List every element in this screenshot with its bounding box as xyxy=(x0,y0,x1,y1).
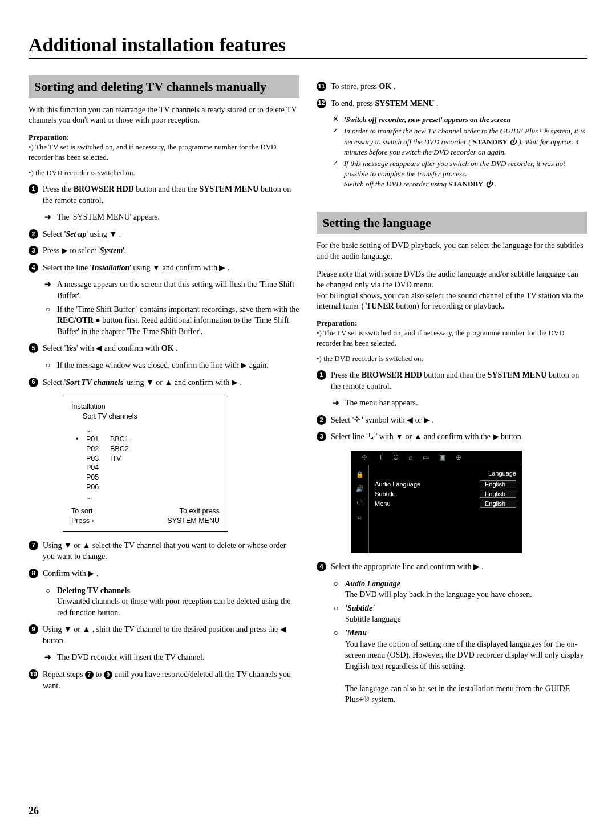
tip-header-row: ✕ 'Switch off recorder, new preset' appe… xyxy=(331,115,587,125)
step-number-badge: 4 xyxy=(317,562,326,571)
osd-side-icon: 🔒 xyxy=(356,471,364,478)
step-number-badge: 7 xyxy=(29,541,38,550)
step-number-badge: 5 xyxy=(29,343,38,353)
arrow-icon: ➜ xyxy=(43,279,52,290)
step: 6 Select 'Sort TV channels' using ▼ or ▲… xyxy=(29,377,299,388)
step-number-badge: 4 xyxy=(29,263,38,273)
check-icon: ✓ xyxy=(331,159,339,190)
osd-subtitle: Sort TV channels xyxy=(83,412,220,421)
circle-icon: ○ xyxy=(331,578,341,590)
osd-channel-list: ... •P01BBC1 P02BBC2 P03ITV P04 P05 P06 … xyxy=(76,425,220,502)
osd-row: Audio LanguageEnglish xyxy=(375,480,516,488)
arrow-icon: ➜ xyxy=(331,397,341,409)
osd-side-icon: 🔊 xyxy=(356,485,364,493)
preparation-line: •) The TV set is switched on, and if nec… xyxy=(29,142,299,162)
circle-icon: ○ xyxy=(43,585,52,596)
step: 10 Repeat steps 7 to 9 until you have re… xyxy=(29,669,299,691)
arrow-icon: ➜ xyxy=(43,212,52,223)
inline-step-ref: 9 xyxy=(104,671,112,679)
osd-tab-icon: C xyxy=(393,453,398,461)
osd-side-bar: 🔒 🔊 🗨 ⌂ xyxy=(351,465,369,553)
osd-installation-panel: Installation Sort TV channels ... •P01BB… xyxy=(63,396,228,532)
osd-top-bar: ᳀ T C ⌂ ▭ ▣ ⊕ xyxy=(351,451,522,465)
circle-icon: ○ xyxy=(331,603,341,614)
intro-text: For the basic setting of DVD playback, y… xyxy=(317,241,587,262)
right-column: 11 To store, press OK . 12 To end, press… xyxy=(317,75,587,708)
step-number-badge: 3 xyxy=(29,246,38,255)
step-number-badge: 1 xyxy=(317,370,326,380)
step-number-badge: 12 xyxy=(317,99,326,108)
step-hint: ○ If the 'Time Shift Buffer ' contains i… xyxy=(43,304,299,338)
step-number-badge: 10 xyxy=(29,669,38,679)
osd-footer-left: To sortPress › xyxy=(71,506,94,526)
step-number-badge: 11 xyxy=(317,82,326,91)
osd-side-icon: ⌂ xyxy=(358,513,362,520)
step: 1 Press the BROWSER HDD button and then … xyxy=(317,370,587,392)
osd-language-panel: ᳀ T C ⌂ ▭ ▣ ⊕ 🔒 🔊 🗨 ⌂ Language Audio Lan… xyxy=(351,451,522,553)
step-number-badge: 6 xyxy=(29,378,38,387)
step: 8 Confirm with ▶ . xyxy=(29,568,299,579)
step: 4 Select the line 'Installation' using ▼… xyxy=(29,262,299,274)
step-number-badge: 9 xyxy=(29,624,38,634)
step: 3 Select line '🗨' with ▼ or ▲ and confir… xyxy=(317,431,587,443)
step-number-badge: 8 xyxy=(29,569,38,578)
preparation-line: •) The TV set is switched on, and if nec… xyxy=(317,328,587,348)
arrow-icon: ➜ xyxy=(43,652,52,663)
osd-tab-icon: ⌂ xyxy=(408,453,412,461)
step: 12 To end, press SYSTEM MENU . xyxy=(317,98,587,109)
step-number-badge: 1 xyxy=(29,184,38,194)
circle-icon: ○ xyxy=(331,627,341,639)
option-item: ○ 'Menu'You have the option of setting o… xyxy=(331,627,587,705)
preparation-line: •) the DVD recorder is switched on. xyxy=(29,168,299,178)
check-icon: ✓ xyxy=(331,126,339,157)
step-number-badge: 2 xyxy=(317,415,326,425)
osd-tab-icon: ▣ xyxy=(439,453,445,461)
step-result: ➜ A message appears on the screen that t… xyxy=(43,279,299,301)
step: 11 To store, press OK . xyxy=(317,81,587,92)
step: 1 Press the BROWSER HDD button and then … xyxy=(29,184,299,206)
section-heading-sorting: Sorting and deleting TV channels manuall… xyxy=(29,75,299,98)
step-number-badge: 2 xyxy=(29,229,38,239)
left-column: Sorting and deleting TV channels manuall… xyxy=(29,75,299,708)
page-title: Additional installation features xyxy=(29,34,587,59)
osd-side-icon: 🗨 xyxy=(356,500,363,506)
step: 2 Select 'Set up' using ▼ . xyxy=(29,229,299,240)
intro-text: With this function you can rearrange the… xyxy=(29,105,299,127)
inline-step-ref: 7 xyxy=(85,671,94,679)
step: 7 Using ▼ or ▲ select the TV channel tha… xyxy=(29,540,299,562)
osd-title: Installation xyxy=(71,402,220,412)
osd-row: SubtitleEnglish xyxy=(375,490,516,498)
osd-body-title: Language xyxy=(375,470,516,477)
step: 5 Select 'Yes' with ◀ and confirm with O… xyxy=(29,343,299,354)
step: 4 Select the appropriate line and confir… xyxy=(317,561,587,573)
x-icon: ✕ xyxy=(331,115,339,125)
osd-tab-icon: ⊕ xyxy=(456,453,461,461)
preparation-label: Preparation: xyxy=(29,133,299,142)
circle-icon: ○ xyxy=(43,304,52,315)
step-number-badge: 3 xyxy=(317,432,326,441)
circle-icon: ○ xyxy=(43,360,52,371)
tip-row: ✓ In order to transfer the new TV channe… xyxy=(331,126,587,157)
step: 3 Press ▶ to select 'System'. xyxy=(29,245,299,257)
step-result: ➜ The DVD recorder will insert the TV ch… xyxy=(43,652,299,663)
osd-row: MenuEnglish xyxy=(375,500,516,508)
step-result: ➜ The 'SYSTEM MENU' appears. xyxy=(43,212,299,223)
step: 2 Select '᳀' symbol with ◀ or ▶ . xyxy=(317,415,587,426)
step-text: Press the BROWSER HDD button and then th… xyxy=(43,184,299,206)
osd-footer-right: To exit pressSYSTEM MENU xyxy=(167,506,220,526)
preparation-line: •) the DVD recorder is switched on. xyxy=(317,354,587,364)
intro-text: Please note that with some DVDs the audi… xyxy=(317,269,587,313)
step: 9 Using ▼ or ▲ , shift the TV channel to… xyxy=(29,624,299,646)
tip-row: ✓ If this message reappears after you sw… xyxy=(331,159,587,190)
page-number: 26 xyxy=(29,805,39,817)
section-heading-language: Setting the language xyxy=(317,212,587,234)
step-result: ➜ The menu bar appears. xyxy=(331,397,587,409)
osd-tab-icon: ▭ xyxy=(423,453,429,461)
osd-tab-icon: T xyxy=(379,453,383,461)
two-column-layout: Sorting and deleting TV channels manuall… xyxy=(29,75,587,708)
step-hint: ○ If the message window was closed, conf… xyxy=(43,360,299,371)
option-item: ○ Audio LanguageThe DVD will play back i… xyxy=(331,578,587,600)
osd-tab-icon: ᳀ xyxy=(361,453,368,461)
option-item: ○ 'Subtitle'Subtitle language xyxy=(331,603,587,625)
step-hint: ○ Deleting TV channelsUnwanted channels … xyxy=(43,585,299,619)
